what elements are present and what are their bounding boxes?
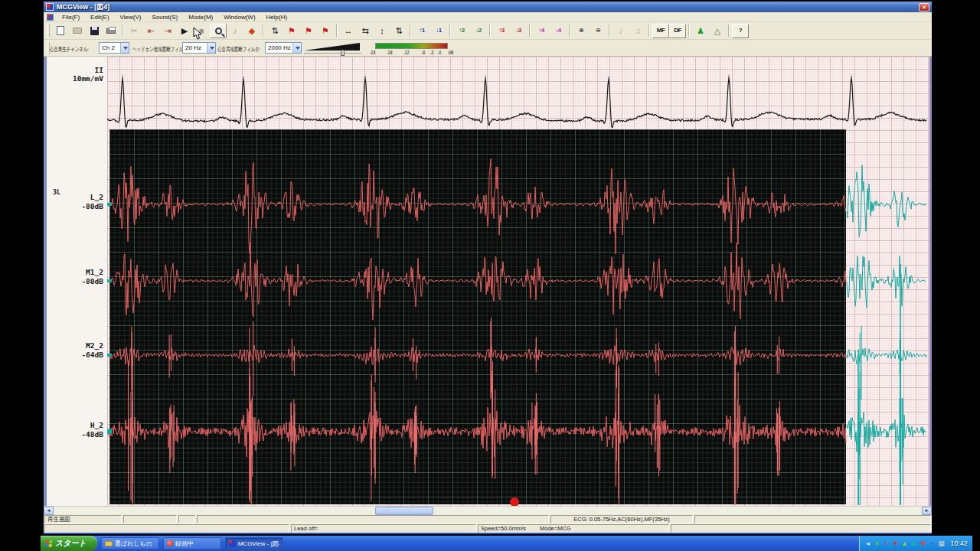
title-bar[interactable]: MCGView - [図4] × bbox=[44, 2, 932, 12]
zoom-select-button[interactable] bbox=[210, 24, 227, 38]
tray-green-orb-icon[interactable]: ● bbox=[872, 540, 881, 547]
tool-a-icon[interactable]: ♪ bbox=[612, 24, 629, 38]
print-icon[interactable] bbox=[103, 24, 119, 38]
volume-wedge-icon bbox=[304, 43, 360, 51]
marker-up-1-icon[interactable]: ↑1 bbox=[413, 24, 430, 38]
pointer-tool-icon[interactable]: △ bbox=[709, 24, 726, 38]
open-file-icon[interactable] bbox=[69, 24, 86, 38]
vu-tick-label: -24 bbox=[370, 50, 376, 55]
scrollbar-thumb[interactable] bbox=[375, 507, 433, 515]
gain-up-icon[interactable]: ⊕ bbox=[573, 24, 590, 38]
marker-up-4-icon[interactable]: ↑4 bbox=[533, 24, 550, 38]
chevron-down-icon[interactable] bbox=[120, 43, 129, 53]
row-label-M22: M2_2 bbox=[44, 341, 103, 350]
tray-arrow-icon[interactable]: ◂ bbox=[863, 540, 872, 547]
horizontal-scrollbar[interactable]: ◄ ► bbox=[44, 506, 932, 514]
lowcut-label: ヘッドホン低域遮断フィルタ: bbox=[132, 45, 188, 54]
row-gain-M22: -64dB bbox=[44, 350, 103, 359]
toolbar-separator bbox=[688, 24, 690, 37]
taskbar-button-3[interactable]: MCGView - [図4] bbox=[225, 537, 283, 549]
status-panel bbox=[671, 524, 931, 533]
tray-heart-icon[interactable]: ♥ bbox=[890, 540, 900, 547]
cut-icon[interactable]: ✂ bbox=[126, 24, 142, 38]
abort-icon[interactable]: ◆ bbox=[243, 24, 260, 38]
shrink-horizontal-icon[interactable]: ⇆ bbox=[357, 24, 374, 38]
menu-view[interactable]: View(V) bbox=[115, 13, 147, 21]
patient-icon[interactable]: ♟ bbox=[692, 24, 709, 38]
lowcut-select[interactable]: 20 Hz bbox=[182, 42, 216, 54]
task-buttons: 選ばれしもの録画中MCGView - [図4] bbox=[97, 537, 283, 549]
scroll-right-icon[interactable]: ► bbox=[922, 507, 932, 515]
menu-help[interactable]: Help(H) bbox=[261, 13, 293, 21]
highcut-select[interactable]: 2000 Hz bbox=[265, 42, 302, 54]
tray-triangle-icon[interactable]: ▲ bbox=[900, 540, 909, 547]
shrink-vertical-icon[interactable]: ⇅ bbox=[390, 24, 407, 38]
marker-up-3-icon[interactable]: ↑3 bbox=[493, 24, 510, 38]
marker-up-2-icon[interactable]: ↑2 bbox=[453, 24, 470, 38]
toolbar-separator bbox=[449, 24, 451, 37]
tool-b-icon[interactable]: ♫ bbox=[629, 24, 646, 38]
marker-down-1-icon[interactable]: ↓1 bbox=[430, 24, 447, 38]
menu-mode[interactable]: Mode(M) bbox=[183, 13, 218, 21]
chevron-down-icon[interactable] bbox=[207, 43, 215, 53]
menu-edit[interactable]: Edit(E) bbox=[85, 13, 114, 21]
taskbar-button-2[interactable]: 録画中 bbox=[163, 537, 221, 549]
row-label-M12: M1_2 bbox=[44, 268, 103, 276]
tray-diamond-icon[interactable]: ◆ bbox=[909, 540, 918, 547]
toolbar-grip[interactable] bbox=[47, 24, 50, 37]
marker-down-4-icon[interactable]: ↓4 bbox=[550, 24, 567, 38]
toolbar-separator bbox=[569, 24, 570, 37]
tray-plus-icon[interactable]: ✚ bbox=[918, 540, 927, 547]
vu-tick-label: -12 bbox=[403, 50, 410, 55]
vu-tick-label: -6 bbox=[421, 50, 425, 55]
menu-window[interactable]: Window(W) bbox=[218, 13, 260, 21]
toolbar-separator bbox=[263, 24, 264, 37]
status-bar-bottom: Lead off= Speed=50.0mm/s Mode=MCG bbox=[44, 523, 932, 533]
help-icon[interactable]: ? bbox=[732, 24, 749, 38]
tray-icons: ◂●▪♥▲◆✚●▦ bbox=[863, 540, 946, 547]
tray-grid-icon[interactable]: ▦ bbox=[936, 540, 946, 547]
volume-slider-handle[interactable] bbox=[341, 50, 345, 56]
window-title: MCGView - [図4] bbox=[57, 2, 109, 12]
tray-blue-orb-icon[interactable]: ● bbox=[927, 540, 936, 547]
start-button[interactable]: スタート bbox=[41, 536, 97, 551]
status-speed-text: Speed=50.0mm/s bbox=[481, 525, 526, 532]
menu-sound[interactable]: Sound(S) bbox=[146, 13, 183, 21]
flag-icon-3[interactable]: ⚑ bbox=[317, 24, 334, 38]
volume-slider-track[interactable] bbox=[304, 53, 361, 54]
channel-select[interactable]: Ch 2 bbox=[99, 42, 129, 54]
flag-icon-1[interactable]: ⚑ bbox=[283, 24, 300, 38]
document-icon[interactable] bbox=[47, 14, 54, 21]
scroll-left-icon[interactable]: ◄ bbox=[44, 507, 54, 515]
chevron-down-icon[interactable] bbox=[292, 43, 301, 53]
expand-horizontal-icon[interactable]: ↔ bbox=[340, 24, 357, 38]
status-mode-text: 再生画面 bbox=[44, 515, 122, 523]
close-icon[interactable]: × bbox=[919, 3, 929, 11]
expand-vertical-icon[interactable]: ↕ bbox=[374, 24, 390, 38]
mf-button[interactable]: MF bbox=[652, 24, 669, 38]
new-file-icon[interactable] bbox=[52, 24, 69, 38]
marker-prev-icon[interactable]: ⇤ bbox=[142, 24, 159, 38]
play-button[interactable]: ▶ bbox=[176, 24, 193, 38]
status-panel bbox=[197, 515, 549, 523]
menu-file[interactable]: File(F) bbox=[57, 13, 85, 21]
save-icon[interactable] bbox=[86, 24, 103, 38]
status-bar-top: 再生画面 ECG: 0.05-75Hz,AC(60Hz),MF(35Hz) bbox=[44, 514, 932, 523]
taskbar-button-1[interactable]: 選ばれしもの bbox=[101, 537, 159, 549]
speaker-icon[interactable]: ♪ bbox=[227, 24, 243, 38]
status-panel bbox=[694, 515, 931, 523]
gain-down-icon[interactable]: ⊖ bbox=[590, 24, 606, 38]
tray-red-square-icon[interactable]: ▪ bbox=[881, 540, 890, 547]
walk-mode-icon[interactable]: ⇅ bbox=[266, 24, 283, 38]
folder-icon bbox=[105, 541, 113, 546]
status-panel bbox=[178, 515, 195, 523]
status-panel bbox=[44, 524, 289, 533]
df-button[interactable]: DF bbox=[669, 24, 686, 38]
marker-next-icon[interactable]: ⇥ bbox=[159, 24, 176, 38]
row-label-L2: L_2 bbox=[44, 193, 103, 201]
signal-view: II 10mm/mV 3L L_2 -80dB M1_2 -80dB M2_2 … bbox=[44, 57, 932, 506]
flag-icon-2[interactable]: ⚑ bbox=[300, 24, 317, 38]
ecg-lead-label: II bbox=[44, 66, 103, 74]
marker-down-3-icon[interactable]: ↓3 bbox=[510, 24, 527, 38]
marker-down-2-icon[interactable]: ↓2 bbox=[470, 24, 487, 38]
